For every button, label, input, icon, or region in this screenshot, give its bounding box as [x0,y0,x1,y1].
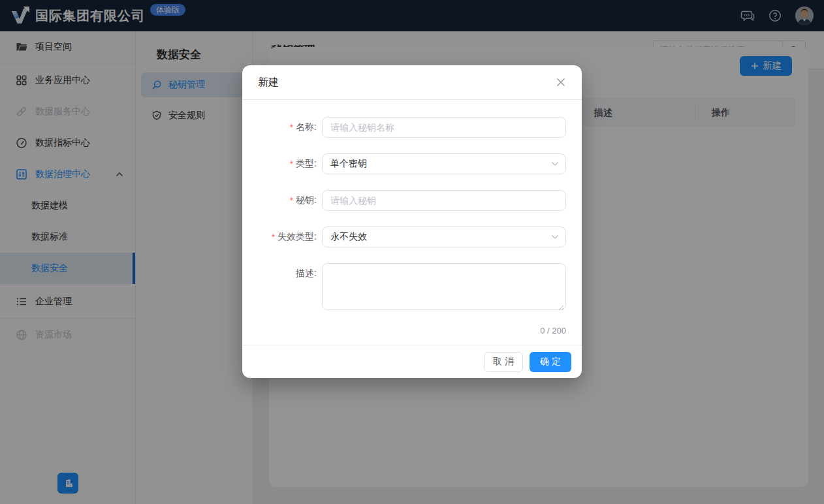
resize-handle-icon [558,304,564,311]
type-label: * 类型: [242,158,322,170]
form-row-name: * 名称: [242,117,566,138]
type-select[interactable]: 单个密钥 [322,153,566,174]
form-row-expiry: * 失效类型: 永不失效 [242,227,566,247]
chevron-down-icon [551,161,559,166]
type-select-value: 单个密钥 [330,158,367,170]
required-marker: * [272,232,275,242]
modal-footer: 取 消 确 定 [242,345,582,378]
description-textarea[interactable] [322,263,566,310]
expiry-select-value: 永不失效 [330,231,367,243]
modal-header: 新建 [242,65,582,100]
name-label: * 名称: [242,121,322,133]
required-marker: * [290,122,293,133]
secret-field[interactable] [322,190,566,211]
new-key-modal: 新建 * 名称: * 类型: [242,65,582,378]
expiry-label: * 失效类型: [242,231,322,243]
secret-label: * 秘钥: [242,195,322,206]
description-label: 描述: [242,263,322,279]
expiry-select[interactable]: 永不失效 [322,227,566,247]
app-root: 国际集团有限公司 体验版 [0,0,824,504]
modal-body: * 名称: * 类型: 单个密钥 [242,100,582,336]
form-row-secret: * 秘钥: [242,190,566,211]
required-marker: * [290,159,293,169]
name-field[interactable] [322,117,566,138]
confirm-button[interactable]: 确 定 [530,352,571,372]
close-icon[interactable] [556,77,566,87]
form-row-type: * 类型: 单个密钥 [242,153,566,174]
cancel-button[interactable]: 取 消 [484,352,523,372]
modal-title: 新建 [258,76,279,89]
form-row-description: 描述: [242,263,566,310]
chevron-down-icon [551,234,559,240]
required-marker: * [290,195,293,206]
char-counter: 0 / 200 [242,326,566,336]
